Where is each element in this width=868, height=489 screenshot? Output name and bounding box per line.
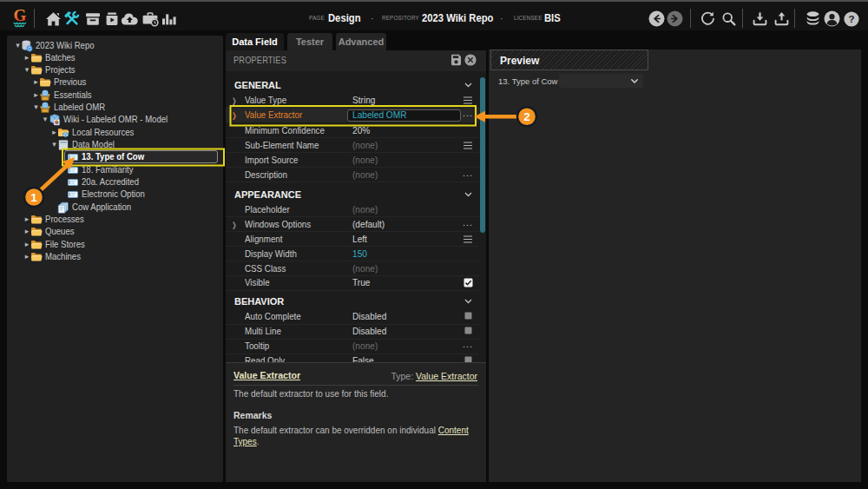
breadcrumb: PAGEDesign·REPOSITORY2023 Wiki Repo·LICE… bbox=[0, 2, 608, 32]
tree-item-previous[interactable]: ▸Previous bbox=[7, 76, 223, 89]
property-value[interactable]: Disabled bbox=[352, 324, 386, 339]
model-icon bbox=[49, 114, 60, 125]
property-row-auto-complete[interactable]: Auto CompleteDisabled bbox=[226, 309, 479, 324]
help-description: The default extractor to use for this fi… bbox=[233, 389, 388, 399]
tree-item-label: Previous bbox=[54, 76, 86, 89]
tree-item-batches[interactable]: ▸Batches bbox=[7, 51, 223, 64]
property-value[interactable]: (none) bbox=[352, 153, 378, 168]
tree-item-essentials[interactable]: ▸Essentials bbox=[7, 89, 223, 102]
property-value[interactable]: 20% bbox=[352, 123, 370, 138]
save-icon[interactable] bbox=[450, 54, 462, 69]
property-value[interactable]: Left bbox=[352, 232, 367, 247]
property-value[interactable]: (default) bbox=[352, 217, 385, 232]
property-value[interactable]: 150 bbox=[352, 247, 367, 261]
checkbox-checked[interactable] bbox=[462, 278, 474, 287]
property-value[interactable]: (none) bbox=[352, 339, 378, 354]
tree-item-label: 18. Familiarity bbox=[82, 163, 134, 176]
header-divider bbox=[794, 9, 795, 28]
tree-item-20a-accredited[interactable]: 20a. Accredited bbox=[7, 175, 223, 188]
tree-item-projects[interactable]: ▾Projects bbox=[7, 63, 223, 76]
property-row-minimum-confidence[interactable]: Minimum Confidence20% bbox=[226, 123, 479, 138]
refresh-icon[interactable] bbox=[699, 3, 716, 34]
help-icon[interactable]: ? bbox=[843, 3, 860, 34]
tree-item-18-familiarity[interactable]: 18. Familiarity bbox=[7, 163, 223, 176]
tree-item-label: File Stores bbox=[45, 238, 85, 251]
back-icon[interactable] bbox=[648, 3, 665, 34]
scrollbar-thumb[interactable] bbox=[480, 77, 485, 233]
tab-data-field[interactable]: Data Field bbox=[226, 33, 284, 50]
property-section-general[interactable]: GENERAL bbox=[226, 77, 479, 93]
section-collapse-icon[interactable] bbox=[462, 192, 474, 197]
menu-icon[interactable] bbox=[462, 142, 474, 149]
ellipsis-button[interactable]: ... bbox=[462, 109, 474, 116]
property-value[interactable]: (none) bbox=[352, 261, 378, 276]
database-icon[interactable] bbox=[805, 3, 822, 34]
tree-item-2023-wiki-repo[interactable]: ▾2023 Wiki Repo bbox=[7, 39, 223, 52]
property-section-behavior[interactable]: BEHAVIOR bbox=[226, 294, 479, 309]
property-value[interactable]: (none) bbox=[352, 138, 378, 153]
property-row-multi-line[interactable]: Multi LineDisabled bbox=[226, 324, 479, 339]
breadcrumb-value[interactable]: 2023 Wiki Repo bbox=[422, 12, 493, 24]
menu-icon[interactable] bbox=[462, 96, 474, 104]
property-value[interactable]: String bbox=[352, 93, 375, 108]
breadcrumb-separator: · bbox=[500, 13, 503, 23]
checkbox-unchecked[interactable] bbox=[462, 312, 474, 320]
properties-header: PROPERTIES bbox=[226, 50, 486, 71]
tree-item-cow-application[interactable]: Cow Application bbox=[7, 201, 223, 214]
tree-item-local-resources[interactable]: ▸Local Resources bbox=[7, 126, 223, 139]
property-row-tooltip[interactable]: Tooltip(none)... bbox=[226, 339, 479, 354]
tree-item-labeled-omr[interactable]: ▾Labeled OMR bbox=[7, 101, 223, 114]
close-icon[interactable] bbox=[464, 54, 477, 69]
tree-item-wiki-labeled-omr-model[interactable]: ▾Wiki - Labeled OMR - Model bbox=[7, 113, 223, 126]
grid-scrollbar[interactable] bbox=[479, 71, 486, 362]
account-icon[interactable] bbox=[823, 3, 840, 34]
upload-icon[interactable] bbox=[773, 3, 790, 34]
tree-item-processes[interactable]: ▸Processes bbox=[7, 213, 223, 226]
forward-icon[interactable] bbox=[667, 3, 684, 34]
property-row-visible[interactable]: VisibleTrue bbox=[226, 275, 479, 290]
property-row-display-width[interactable]: Display Width150 bbox=[226, 247, 479, 261]
property-row-value-extractor[interactable]: ❯Value ExtractorLabeled OMR... bbox=[226, 108, 479, 122]
property-row-description[interactable]: Description(none)... bbox=[226, 168, 479, 182]
tab-advanced[interactable]: Advanced bbox=[336, 33, 386, 50]
property-row-value-type[interactable]: ❯Value TypeString bbox=[226, 93, 479, 108]
tree-item-queues[interactable]: ▸Queues bbox=[7, 225, 223, 238]
property-row-windows-options[interactable]: ❯Windows Options(default)... bbox=[226, 217, 479, 232]
folder-icon bbox=[30, 214, 42, 225]
property-value[interactable]: Labeled OMR bbox=[352, 108, 406, 122]
tree-item-13-type-of-cow[interactable]: 13. Type of Cow bbox=[7, 150, 223, 163]
section-collapse-icon[interactable] bbox=[462, 83, 474, 88]
ellipsis-button[interactable]: ... bbox=[462, 169, 474, 176]
property-section-appearance[interactable]: APPEARANCE bbox=[226, 187, 479, 202]
property-value[interactable]: Disabled bbox=[352, 309, 386, 324]
help-type-link[interactable]: Value Extractor bbox=[416, 371, 477, 381]
checkbox-unchecked[interactable] bbox=[462, 327, 474, 334]
property-value[interactable]: (none) bbox=[352, 168, 378, 182]
property-row-placeholder[interactable]: Placeholder(none) bbox=[226, 202, 479, 217]
breadcrumb-value[interactable]: BIS bbox=[544, 12, 561, 24]
tree-item-electronic-option[interactable]: Electronic Option bbox=[7, 188, 223, 201]
search-icon[interactable] bbox=[720, 3, 737, 34]
tree-item-data-model[interactable]: ▾Data Model bbox=[7, 138, 223, 151]
property-value[interactable]: True bbox=[352, 275, 370, 290]
property-row-alignment[interactable]: AlignmentLeft bbox=[226, 232, 479, 247]
menu-icon[interactable] bbox=[462, 235, 474, 243]
property-row-read-only[interactable]: Read OnlyFalse bbox=[226, 354, 479, 362]
checkbox-unchecked[interactable] bbox=[462, 356, 474, 362]
property-row-css-class[interactable]: CSS Class(none) bbox=[226, 261, 479, 276]
download-icon[interactable] bbox=[751, 3, 768, 34]
property-label: Windows Options bbox=[245, 217, 311, 232]
ellipsis-button[interactable]: ... bbox=[462, 340, 474, 347]
tree-item-file-stores[interactable]: ▸File Stores bbox=[7, 238, 223, 251]
preview-panel: Preview 13. Type of Cow bbox=[489, 50, 861, 482]
tree-item-machines[interactable]: ▸Machines bbox=[7, 250, 223, 263]
property-row-import-source[interactable]: Import Source(none) bbox=[226, 153, 479, 168]
tab-tester[interactable]: Tester bbox=[287, 33, 332, 50]
section-collapse-icon[interactable] bbox=[462, 299, 474, 304]
property-row-sub-element-name[interactable]: Sub-Element Name(none) bbox=[226, 138, 479, 153]
property-value[interactable]: (none) bbox=[352, 202, 378, 217]
ellipsis-button[interactable]: ... bbox=[462, 219, 474, 226]
preview-field-dropdown[interactable] bbox=[559, 74, 643, 88]
breadcrumb-value[interactable]: Design bbox=[328, 12, 361, 24]
property-value[interactable]: False bbox=[352, 354, 374, 362]
